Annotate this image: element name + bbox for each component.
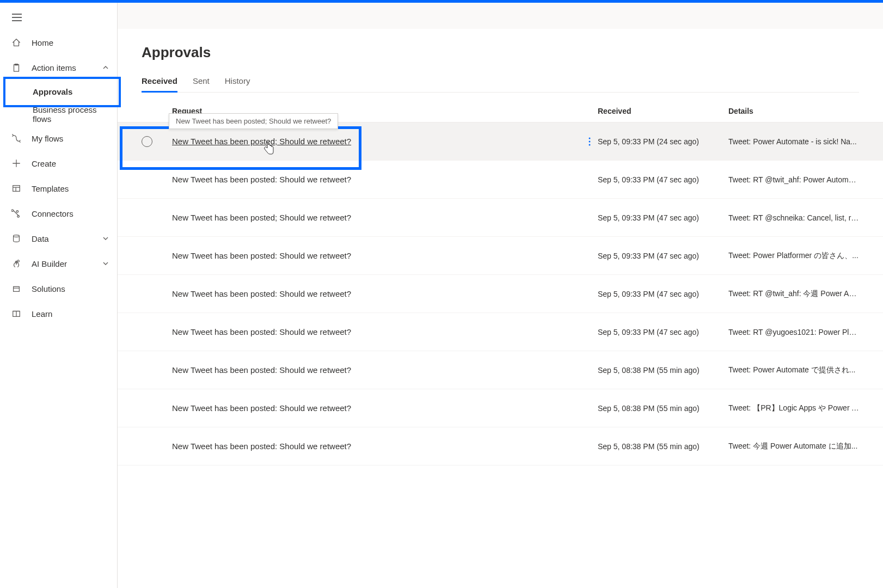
chevron-down-icon xyxy=(102,260,109,267)
data-icon xyxy=(11,233,22,244)
column-header-received[interactable]: Received xyxy=(598,107,728,115)
row-select-radio[interactable] xyxy=(142,136,152,147)
sidebar-item-solutions[interactable]: Solutions xyxy=(0,276,117,301)
sidebar-item-label: Create xyxy=(32,159,109,168)
row-select-cell xyxy=(142,327,172,338)
sidebar-item-label: Approvals xyxy=(33,80,117,103)
row-select-cell xyxy=(142,441,172,452)
home-icon xyxy=(11,37,22,48)
request-cell: New Tweet has been posted: Should we ret… xyxy=(172,175,581,184)
request-link[interactable]: New Tweet has been posted: Should we ret… xyxy=(172,175,351,184)
svg-point-1 xyxy=(589,140,591,142)
clipboard-icon xyxy=(11,62,22,73)
sidebar-item-label: My flows xyxy=(32,134,109,143)
template-icon xyxy=(11,183,22,194)
details-cell: Tweet: Power Platformer の皆さん、... xyxy=(728,251,859,261)
table-row[interactable]: New Tweet has been posted; Should we ret… xyxy=(118,199,883,237)
table-row[interactable]: New Tweet has been posted: Should we ret… xyxy=(118,427,883,465)
row-select-cell xyxy=(142,403,172,414)
row-select-cell xyxy=(142,250,172,261)
table-row[interactable]: New Tweet has been posted: Should we ret… xyxy=(118,389,883,427)
table-row[interactable]: New Tweet has been posted: Should we ret… xyxy=(118,161,883,199)
request-cell: New Tweet has been posted: Should we ret… xyxy=(172,403,581,413)
sidebar-item-my-flows[interactable]: My flows xyxy=(0,126,117,151)
table-row[interactable]: New Tweet has been posted: Should we ret… xyxy=(118,313,883,351)
main-area: Approvals ReceivedSentHistory Request Re… xyxy=(118,3,883,588)
svg-point-2 xyxy=(589,144,591,145)
sidebar-subitem-approvals[interactable]: Approvals xyxy=(0,80,117,103)
approvals-table: Request Received Details New Tweet has b… xyxy=(118,93,883,588)
sidebar-item-label: Solutions xyxy=(32,284,109,293)
column-header-details[interactable]: Details xyxy=(728,107,859,115)
tooltip: New Tweet has been posted; Should we ret… xyxy=(169,113,338,129)
sidebar: Home Action items Approvals Business pro… xyxy=(0,3,118,588)
request-cell: New Tweet has been posted: Should we ret… xyxy=(172,365,581,375)
sidebar-item-home[interactable]: Home xyxy=(0,30,117,55)
chevron-up-icon xyxy=(102,64,109,71)
page-title: Approvals xyxy=(142,44,859,61)
request-cell: New Tweet has been posted: Should we ret… xyxy=(172,442,581,451)
request-link[interactable]: New Tweet has been posted: Should we ret… xyxy=(172,403,351,413)
table-row[interactable]: New Tweet has been posted: Should we ret… xyxy=(118,351,883,389)
tab-received[interactable]: Received xyxy=(142,72,177,92)
sidebar-subitem-bpf[interactable]: Business process flows xyxy=(0,103,117,126)
received-cell: Sep 5, 09:33 PM (24 sec ago) xyxy=(598,137,728,146)
sidebar-item-label: Data xyxy=(32,234,102,243)
sidebar-item-label: Action items xyxy=(32,63,102,72)
row-select-cell xyxy=(142,212,172,223)
received-cell: Sep 5, 09:33 PM (47 sec ago) xyxy=(598,213,728,222)
request-link[interactable]: New Tweet has been posted; Should we ret… xyxy=(172,213,351,222)
request-link[interactable]: New Tweet has been posted: Should we ret… xyxy=(172,365,351,375)
solutions-icon xyxy=(11,283,22,294)
sidebar-item-data[interactable]: Data xyxy=(0,226,117,251)
request-cell: New Tweet has been posted: Should we ret… xyxy=(172,289,581,298)
details-cell: Tweet: RT @twit_ahf: Power Automat... xyxy=(728,175,859,184)
sidebar-item-label: Templates xyxy=(32,184,109,193)
details-cell: Tweet: Power Automate で提供され... xyxy=(728,365,859,375)
hamburger-button[interactable] xyxy=(0,7,117,30)
row-select-cell xyxy=(142,365,172,376)
request-link[interactable]: New Tweet has been posted: Should we ret… xyxy=(172,289,351,298)
received-cell: Sep 5, 09:33 PM (47 sec ago) xyxy=(598,328,728,336)
details-cell: Tweet: RT @yugoes1021: Power Platf... xyxy=(728,328,859,336)
tab-history[interactable]: History xyxy=(225,72,250,92)
tabs: ReceivedSentHistory xyxy=(142,72,859,93)
connector-icon xyxy=(11,208,22,219)
sidebar-item-ai-builder[interactable]: AI Builder xyxy=(0,251,117,276)
received-cell: Sep 5, 08:38 PM (55 min ago) xyxy=(598,366,728,375)
sidebar-item-connectors[interactable]: Connectors xyxy=(0,201,117,226)
details-cell: Tweet: 【PR】Logic Apps や Power A... xyxy=(728,403,859,413)
sidebar-item-label: Home xyxy=(32,38,109,47)
table-row[interactable]: New Tweet has been posted: Should we ret… xyxy=(118,237,883,275)
tab-sent[interactable]: Sent xyxy=(193,72,210,92)
received-cell: Sep 5, 08:38 PM (55 min ago) xyxy=(598,404,728,413)
sidebar-item-action-items[interactable]: Action items xyxy=(0,55,117,80)
sidebar-item-learn[interactable]: Learn xyxy=(0,301,117,326)
request-cell: New Tweet has been posted: Should we ret… xyxy=(172,327,581,336)
details-cell: Tweet: RT @schneika: Cancel, list, rea..… xyxy=(728,213,859,222)
row-select-cell xyxy=(142,289,172,299)
sidebar-item-label: Learn xyxy=(32,309,109,318)
request-cell: New Tweet has been posted; Should we ret… xyxy=(172,137,581,146)
table-row[interactable]: New Tweet has been posted: Should we ret… xyxy=(118,275,883,313)
sidebar-item-templates[interactable]: Templates xyxy=(0,176,117,201)
hamburger-icon xyxy=(12,14,22,21)
received-cell: Sep 5, 09:33 PM (47 sec ago) xyxy=(598,175,728,184)
sidebar-item-label: Business process flows xyxy=(33,105,117,124)
row-more-menu[interactable] xyxy=(581,137,598,146)
sidebar-item-create[interactable]: Create xyxy=(0,151,117,176)
request-link[interactable]: New Tweet has been posted: Should we ret… xyxy=(172,327,351,336)
flow-icon xyxy=(11,133,22,144)
row-select-cell xyxy=(142,174,172,185)
received-cell: Sep 5, 08:38 PM (55 min ago) xyxy=(598,442,728,451)
request-link[interactable]: New Tweet has been posted: Should we ret… xyxy=(172,442,351,451)
received-cell: Sep 5, 09:33 PM (47 sec ago) xyxy=(598,290,728,298)
received-cell: Sep 5, 09:33 PM (47 sec ago) xyxy=(598,252,728,260)
row-select-cell xyxy=(142,136,172,147)
request-link[interactable]: New Tweet has been posted; Should we ret… xyxy=(172,137,351,146)
details-cell: Tweet: Power Automate - is sick! Na... xyxy=(728,137,859,146)
details-cell: Tweet: RT @twit_ahf: 今週 Power Aut... xyxy=(728,289,859,299)
content-panel: Approvals ReceivedSentHistory Request Re… xyxy=(118,29,883,588)
svg-point-0 xyxy=(589,137,591,139)
request-link[interactable]: New Tweet has been posted: Should we ret… xyxy=(172,251,351,260)
